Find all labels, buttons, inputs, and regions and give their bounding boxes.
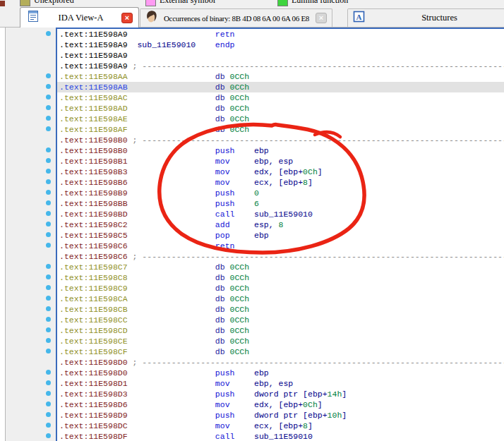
navband-legend-strip: UnexploredExternal symbolLumina function	[0, 0, 504, 6]
listing-line[interactable]: .text:11E598CD db 0CCh	[57, 325, 504, 336]
listing-line[interactable]: .text:11E598CC db 0CCh	[57, 315, 504, 325]
tab-label: IDA View-A	[43, 13, 119, 23]
listing-line[interactable]: .text:11E598B1 mov ebp, esp	[57, 156, 504, 167]
tab-structures[interactable]: A Structures	[347, 8, 504, 27]
line-prefix-dot	[46, 169, 51, 174]
listing-line[interactable]: .text:11E598A9 ; -----------------------…	[57, 61, 504, 71]
listing-line[interactable]: .text:11E598C6 retn	[57, 241, 504, 251]
line-prefix-dot	[46, 401, 51, 406]
operand: 0CCh	[230, 305, 250, 314]
mnemonic: db	[215, 125, 230, 134]
listing-line[interactable]: .text:11E598AB db 0CCh	[57, 82, 504, 92]
line-address: .text:11E598C6	[59, 241, 215, 250]
listing-line[interactable]: .text:11E598B0 push ebp	[57, 145, 504, 156]
mnemonic: mov	[215, 167, 254, 176]
listing-line[interactable]: .text:11E598C9 db 0CCh	[57, 283, 504, 294]
listing-line[interactable]: .text:11E598AF db 0CCh	[57, 124, 504, 135]
listing-line[interactable]: .text:11E598B6 mov ecx, [ebp+8]	[57, 177, 504, 188]
line-address: .text:11E598B6	[59, 178, 215, 187]
listing-line[interactable]: .text:11E598AE db 0CCh	[57, 114, 504, 124]
line-address: .text:11E598CA	[59, 294, 215, 303]
operand: ]	[308, 178, 313, 187]
operand: 0CCh	[230, 262, 250, 272]
listing-line[interactable]: .text:11E598CF db 0CCh	[57, 346, 504, 357]
listing-line[interactable]: .text:11E598B9 push 0	[57, 188, 504, 198]
line-prefix-dot	[46, 296, 51, 301]
mnemonic: db	[215, 284, 230, 293]
listing-line[interactable]: .text:11E598B3 mov edx, [ebp+0Ch]	[57, 167, 504, 177]
line-prefix-dot	[46, 73, 51, 78]
line-address: .text:11E598DC	[59, 421, 215, 430]
dock-splitter[interactable]	[0, 28, 6, 441]
listing-line[interactable]: .text:11E598A9 retn	[57, 29, 504, 40]
disassembly-view[interactable]: .text:11E598A9 retn .text:11E598A9 sub_1…	[56, 28, 504, 441]
listing-line[interactable]: .text:11E598DC mov ecx, [ebp+8]	[57, 421, 504, 431]
listing-line[interactable]: .text:11E598D0 ; -----------------------…	[57, 357, 504, 368]
operand: 0	[254, 188, 259, 198]
mnemonic: call	[215, 432, 254, 441]
line-prefix-dot	[46, 31, 51, 36]
listing-line[interactable]: .text:11E598CE db 0CCh	[57, 336, 504, 346]
line-address: .text:11E598BB	[59, 199, 215, 208]
line-address: .text:11E598B9	[59, 188, 215, 198]
legend-swatch	[277, 0, 288, 6]
mnemonic: pop	[215, 231, 254, 240]
mnemonic: db	[215, 326, 230, 335]
operand: ebp, esp	[254, 157, 293, 166]
operand: 14h	[328, 389, 342, 399]
listing-line[interactable]: .text:11E598D9 push dword ptr [ebp+10h]	[57, 410, 504, 421]
operand: 0CCh	[230, 315, 250, 325]
listing-line[interactable]: .text:11E598B0 ; -----------------------…	[57, 135, 504, 145]
listing-line[interactable]: .text:11E598C2 add esp, 8	[57, 219, 504, 230]
line-address: .text:11E598DF	[59, 432, 215, 441]
listing-line[interactable]: .text:11E598A9 sub_11E59010 endp	[57, 40, 504, 50]
line-prefix-dot	[46, 317, 51, 322]
separator-comment: ; --------------------------------------…	[133, 135, 504, 145]
tab-ida-view-a[interactable]: IDA View-A ×	[20, 7, 139, 28]
function-name: sub_11E59010	[137, 40, 215, 49]
listing-line[interactable]: .text:11E598AD db 0CCh	[57, 103, 504, 114]
listing-line[interactable]: .text:11E598CB db 0CCh	[57, 304, 504, 315]
listing-line[interactable]: .text:11E598C5 pop ebp	[57, 230, 504, 241]
close-tab-icon[interactable]: ×	[121, 13, 133, 23]
mnemonic: mov	[215, 421, 254, 430]
operand: ebp	[254, 146, 269, 155]
listing-line[interactable]: .text:11E598AA db 0CCh	[57, 71, 504, 82]
svg-text:A: A	[356, 13, 362, 21]
line-prefix-dot	[46, 126, 51, 131]
listing-line[interactable]: .text:11E598D0 push ebp	[57, 368, 504, 378]
operand: edx, [ebp+	[254, 167, 303, 176]
line-prefix-dot	[46, 338, 51, 343]
close-tab-icon[interactable]: ×	[316, 13, 327, 23]
line-prefix-dot	[46, 264, 51, 269]
operand: 6	[254, 199, 259, 208]
operand: ]	[318, 400, 323, 409]
listing-line[interactable]: .text:11E598D3 push dword ptr [ebp+14h]	[57, 389, 504, 399]
operand: ebp	[254, 231, 269, 240]
mnemonic: mov	[215, 379, 254, 388]
line-prefix-dot	[46, 211, 51, 216]
line-address: .text:11E598CD	[59, 326, 215, 335]
listing-line[interactable]: .text:11E598A9	[57, 50, 504, 61]
line-address: .text:11E598B0	[59, 135, 133, 145]
listing-line[interactable]: .text:11E598BD call sub_11E59010	[57, 209, 504, 219]
listing-line[interactable]: .text:11E598C8 db 0CCh	[57, 272, 504, 283]
listing-line[interactable]: .text:11E598CA db 0CCh	[57, 294, 504, 304]
line-address: .text:11E598CC	[59, 315, 215, 325]
listing-line[interactable]: .text:11E598D1 mov ebp, esp	[57, 378, 504, 389]
listing-line[interactable]: .text:11E598C6 ; -----------------------…	[57, 251, 504, 262]
separator-comment: ; --------------------------------------…	[133, 61, 504, 71]
listing-line[interactable]: .text:11E598BB push 6	[57, 198, 504, 209]
line-address: .text:11E598CE	[59, 337, 215, 346]
mnemonic: mov	[215, 400, 254, 409]
listing-line[interactable]: .text:11E598DF call sub_11E59010	[57, 431, 504, 441]
ida-pro-window: { "legend": { "items": [ {"label": "Unex…	[0, 0, 504, 441]
line-prefix-dot	[46, 200, 51, 205]
listing-line[interactable]: .text:11E598AC db 0CCh	[57, 92, 504, 103]
line-address: .text:11E598D9	[59, 411, 215, 420]
line-prefix-dot	[46, 179, 51, 184]
listing-line[interactable]: .text:11E598D6 mov edx, [ebp+0Ch]	[57, 399, 504, 410]
listing-line[interactable]: .text:11E598C7 db 0CCh	[57, 262, 504, 272]
operand: 10h	[328, 411, 342, 420]
tab-occurrences-of-binary[interactable]: Occurrences of binary: 8B 4D 08 6A 00 6A…	[140, 8, 332, 27]
